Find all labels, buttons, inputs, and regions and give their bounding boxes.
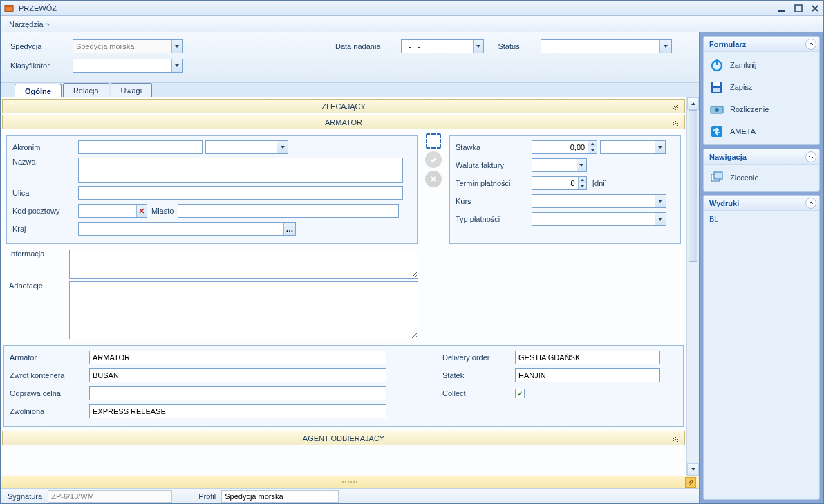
informacja-input[interactable] bbox=[69, 250, 418, 279]
tab-label: Uwagi bbox=[121, 86, 142, 95]
chevron-down-icon[interactable] bbox=[671, 102, 680, 111]
kraj-input[interactable] bbox=[79, 223, 283, 235]
kurs-input[interactable] bbox=[532, 195, 655, 207]
chevron-down-icon[interactable] bbox=[473, 40, 484, 53]
side-link-bl[interactable]: BL bbox=[704, 212, 819, 226]
spedycja-input bbox=[73, 40, 171, 53]
side-item-label: Zamknij bbox=[730, 61, 757, 69]
vertical-scrollbar[interactable] bbox=[686, 97, 699, 476]
cancel-icon[interactable] bbox=[425, 171, 442, 187]
tab-uwagi[interactable]: Uwagi bbox=[111, 83, 153, 97]
chevron-down-icon[interactable] bbox=[171, 40, 182, 53]
spin-up-icon[interactable] bbox=[588, 141, 597, 147]
collapse-icon[interactable] bbox=[805, 39, 816, 50]
kurs-label: Kurs bbox=[456, 197, 532, 205]
stawka-currency-combo[interactable] bbox=[600, 140, 666, 154]
status-combo[interactable] bbox=[541, 39, 672, 53]
section-armator[interactable]: ARMATOR bbox=[2, 115, 685, 129]
footer-bar: Sygnatura Profil bbox=[1, 488, 699, 503]
chevron-down-icon[interactable] bbox=[577, 159, 586, 171]
chevron-down-icon[interactable] bbox=[655, 141, 665, 153]
tab-relacja[interactable]: Relacja bbox=[63, 83, 109, 97]
stawka-currency-input[interactable] bbox=[601, 141, 655, 153]
akronim-input[interactable] bbox=[78, 140, 203, 154]
minimize-button[interactable] bbox=[776, 3, 787, 13]
adnotacje-input[interactable] bbox=[69, 281, 418, 339]
armator-input[interactable] bbox=[89, 351, 386, 364]
confirm-icon[interactable] bbox=[425, 151, 442, 168]
chevron-down-icon bbox=[46, 22, 50, 26]
typ-input[interactable] bbox=[532, 213, 655, 225]
spin-down-icon[interactable] bbox=[588, 147, 597, 153]
nazwa-input[interactable] bbox=[78, 158, 403, 183]
klasyfikator-combo[interactable] bbox=[73, 59, 183, 73]
akronim-combo-input[interactable] bbox=[206, 141, 277, 153]
scroll-up-icon[interactable] bbox=[687, 97, 699, 110]
scroll-track[interactable] bbox=[687, 110, 699, 463]
close-button[interactable] bbox=[809, 3, 821, 13]
collect-label: Collect bbox=[442, 389, 515, 398]
waluta-combo[interactable] bbox=[532, 158, 587, 172]
kurs-combo[interactable] bbox=[532, 194, 666, 208]
klasyfikator-input[interactable] bbox=[73, 59, 171, 72]
spin-up-icon[interactable] bbox=[579, 177, 587, 183]
tab-ogolne[interactable]: Ogólne bbox=[15, 84, 62, 97]
side-head-wydruki[interactable]: Wydruki bbox=[704, 196, 819, 211]
maximize-button[interactable] bbox=[793, 3, 804, 13]
akronim-combo[interactable] bbox=[205, 140, 288, 154]
miasto-input[interactable] bbox=[178, 204, 399, 218]
chevron-down-icon[interactable] bbox=[277, 141, 288, 153]
status-input[interactable] bbox=[541, 40, 660, 53]
statek-label: Statek bbox=[442, 371, 515, 380]
collect-checkbox[interactable] bbox=[515, 389, 525, 398]
chevron-down-icon[interactable] bbox=[655, 213, 666, 225]
chevron-down-icon[interactable] bbox=[659, 40, 671, 53]
side-item-label: Zlecenie bbox=[730, 174, 759, 182]
ellipsis-icon[interactable]: … bbox=[283, 223, 295, 235]
chevron-up-icon[interactable] bbox=[671, 118, 680, 127]
content-inner: ZLECAJĄCY ARMATOR Akronim bbox=[1, 97, 686, 476]
body-row: Spedycja Data nadania Status bbox=[1, 32, 823, 503]
stawka-spin[interactable] bbox=[532, 140, 597, 154]
attachment-icon[interactable] bbox=[685, 477, 696, 488]
section-zlecajacy[interactable]: ZLECAJĄCY bbox=[2, 99, 685, 113]
typ-combo[interactable] bbox=[532, 212, 666, 226]
select-rect-icon[interactable] bbox=[426, 133, 441, 149]
zwolniona-input[interactable] bbox=[89, 404, 386, 418]
scroll-down-icon[interactable] bbox=[687, 463, 699, 476]
statek-input[interactable] bbox=[515, 368, 660, 382]
collapse-icon[interactable] bbox=[805, 198, 816, 209]
odprawa-label: Odprawa celna bbox=[10, 389, 89, 398]
spedycja-combo[interactable] bbox=[73, 39, 183, 53]
termin-spin[interactable] bbox=[532, 176, 587, 190]
menu-tools[interactable]: Narzędzia bbox=[5, 18, 55, 30]
side-item-ameta[interactable]: AMETA bbox=[706, 122, 816, 140]
termin-input[interactable] bbox=[532, 177, 578, 189]
side-item-rozliczenie[interactable]: Rozliczenie bbox=[706, 100, 816, 118]
side-head-nawigacja[interactable]: Nawigacja bbox=[704, 149, 819, 165]
chevron-up-icon[interactable] bbox=[671, 433, 680, 443]
resize-band[interactable] bbox=[1, 476, 699, 488]
side-head-formularz[interactable]: Formularz bbox=[704, 37, 819, 52]
section-agent[interactable]: AGENT ODBIERAJĄCY bbox=[2, 431, 685, 445]
clear-icon[interactable] bbox=[136, 205, 147, 217]
ulica-input[interactable] bbox=[78, 186, 403, 200]
zwrot-input[interactable] bbox=[89, 368, 386, 382]
side-item-zamknij[interactable]: Zamknij bbox=[706, 56, 816, 74]
svg-point-10 bbox=[715, 108, 719, 112]
chevron-down-icon[interactable] bbox=[655, 195, 666, 207]
stawka-input[interactable] bbox=[532, 141, 588, 153]
chevron-down-icon[interactable] bbox=[171, 59, 182, 72]
data-nadania-input[interactable] bbox=[402, 40, 472, 53]
odprawa-input[interactable] bbox=[89, 386, 386, 400]
data-nadania-combo[interactable] bbox=[401, 39, 484, 53]
waluta-input[interactable] bbox=[532, 159, 577, 171]
scroll-thumb[interactable] bbox=[689, 110, 697, 262]
collapse-icon[interactable] bbox=[805, 151, 816, 162]
titlebar: PRZEWÓZ bbox=[1, 1, 823, 16]
kod-input[interactable] bbox=[79, 205, 136, 217]
delivery-input[interactable] bbox=[515, 351, 660, 364]
side-item-zlecenie[interactable]: Zlecenie bbox=[706, 169, 816, 187]
side-item-zapisz[interactable]: Zapisz bbox=[706, 78, 816, 96]
spin-down-icon[interactable] bbox=[579, 183, 587, 189]
